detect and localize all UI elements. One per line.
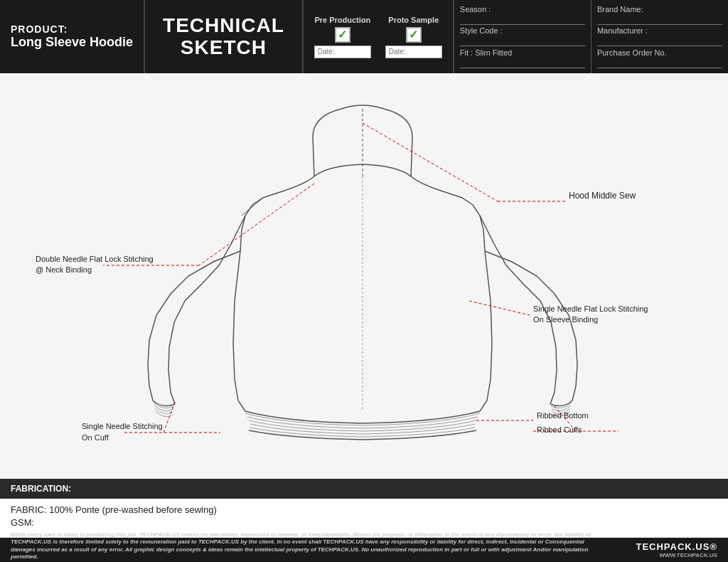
svg-text:Ribbed Bottom: Ribbed Bottom [537, 411, 589, 420]
svg-text:Ribbed Cuffs: Ribbed Cuffs [537, 425, 582, 434]
svg-text:Single Needle Flat Lock Stitch: Single Needle Flat Lock Stitching [533, 304, 648, 313]
gsm-line: GSM: [11, 517, 717, 528]
fit-value[interactable] [460, 57, 585, 68]
svg-text:On Sleeve Binding: On Sleeve Binding [533, 315, 598, 324]
season-value[interactable] [460, 14, 585, 25]
product-label: PRODUCT: [11, 23, 133, 35]
hoodie-sketch: Hood Middle Sew Double Needle Flat Lock … [0, 73, 728, 479]
purchase-order-value[interactable] [597, 57, 722, 68]
brand-name-field: Brand Name: [597, 5, 722, 25]
manufacturer-value[interactable] [597, 35, 722, 46]
product-fields: Season : Style Code : Fit : Slim Fitted … [454, 0, 728, 73]
style-code-value[interactable] [460, 35, 585, 46]
proto-sample-checkbox[interactable]: ✓ [406, 27, 422, 43]
pre-production-checkbox[interactable]: ✓ [335, 27, 350, 43]
pre-production-group: Pre Production ✓ [314, 16, 371, 58]
manufacturer-label: Manufacturer : [597, 26, 722, 35]
product-name: Long Sleeve Hoodie [11, 35, 133, 50]
disclaimer-text: While every care is taken in producing t… [11, 531, 591, 560]
purchase-order-field: Purchase Order No. [597, 48, 722, 68]
proto-sample-group: Proto Sample ✓ [385, 16, 442, 58]
season-label: Season : [460, 5, 585, 14]
pre-production-label: Pre Production [314, 16, 370, 24]
season-field: Season : [460, 5, 585, 25]
fabrication-header: FABRICATION: [0, 479, 728, 499]
svg-text:Single Needle Stitching: Single Needle Stitching [82, 422, 163, 430]
header: PRODUCT: Long Sleeve Hoodie TECHNICAL SK… [0, 0, 728, 73]
proto-sample-label: Proto Sample [388, 16, 439, 24]
brand-url: WWW.TECHPACK.US [636, 552, 717, 558]
svg-text:Hood Middle Sew: Hood Middle Sew [569, 191, 636, 201]
style-code-label: Style Code : [460, 26, 585, 35]
svg-text:On Cuff: On Cuff [82, 433, 109, 442]
right-fields: Brand Name: Manufacturer : Purchase Orde… [592, 0, 728, 73]
brand-name: TECHPACK.US® [636, 541, 717, 552]
svg-text:Double  Needle Flat Lock Stitc: Double Needle Flat Lock Stitching [36, 255, 154, 263]
svg-rect-0 [0, 73, 728, 479]
pre-production-date[interactable] [314, 46, 371, 58]
svg-text:@ Neck Binding: @ Neck Binding [36, 265, 92, 274]
production-checkboxes: Pre Production ✓ Proto Sample ✓ [304, 0, 454, 73]
brand-name-label: Brand Name: [597, 5, 722, 14]
manufacturer-field: Manufacturer : [597, 26, 722, 46]
footer-disclaimer: While every care is taken in producing t… [11, 531, 594, 562]
title-block: TECHNICAL SKETCH [145, 0, 304, 73]
main-content: Hood Middle Sew Double Needle Flat Lock … [0, 73, 728, 479]
proto-sample-date[interactable] [385, 46, 442, 58]
left-fields: Season : Style Code : Fit : Slim Fitted [454, 0, 592, 73]
fit-field: Fit : Slim Fitted [460, 48, 585, 68]
product-info: PRODUCT: Long Sleeve Hoodie [0, 0, 145, 73]
fabrication-label: FABRICATION: [11, 484, 71, 494]
fit-label: Fit : Slim Fitted [460, 48, 585, 57]
purchase-order-label: Purchase Order No. [597, 48, 722, 57]
fabric-line: FABRIC: 100% Ponte (pre-washed before se… [11, 504, 717, 515]
style-code-field: Style Code : [460, 26, 585, 46]
footer: While every care is taken in producing t… [0, 538, 728, 562]
footer-brand: TECHPACK.US® WWW.TECHPACK.US [636, 541, 717, 558]
brand-name-value[interactable] [597, 14, 722, 25]
page-title: TECHNICAL SKETCH [163, 15, 284, 59]
